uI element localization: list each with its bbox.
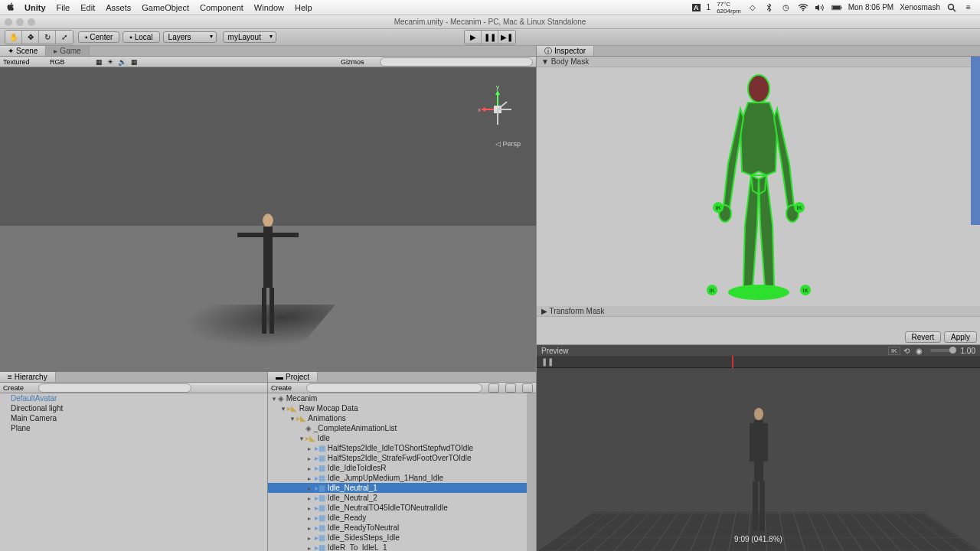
scene-shading-dropdown[interactable]: Textured xyxy=(3,58,45,66)
tab-scene[interactable]: ✦ Scene xyxy=(0,46,46,56)
hierarchy-create-dropdown[interactable]: Create xyxy=(3,384,34,392)
project-item[interactable]: ▸▸▦ HalfSteps2Idle_IdleTOShortStepfwdTOI… xyxy=(268,443,536,453)
project-item[interactable]: ▸▸▦ Idle_Neutral_1 xyxy=(268,483,536,493)
battery-icon[interactable] xyxy=(831,2,842,13)
project-item[interactable]: ▼▸◣ Raw Mocap Data xyxy=(268,403,536,413)
menu-window[interactable]: Window xyxy=(254,3,284,12)
project-item[interactable]: ▸▸▦ Idle_JumpUpMedium_1Hand_Idle xyxy=(268,473,536,483)
project-item[interactable]: ▸▸▦ Idle_IdleToIdlesR xyxy=(268,463,536,473)
preview-viewport[interactable]: 9:09 (041.8%) xyxy=(537,368,980,551)
traffic-close[interactable] xyxy=(5,18,12,26)
project-filter-3[interactable] xyxy=(522,383,533,393)
tab-inspector[interactable]: ⓘ Inspector xyxy=(537,46,594,56)
ik-right-foot[interactable]: IK xyxy=(800,285,811,295)
preview-timeline[interactable]: ❚❚ xyxy=(537,356,980,368)
layout-dropdown[interactable]: myLayout xyxy=(223,31,276,43)
project-item[interactable]: ▸▸▦ HalfSteps2Idle_StrafeFwdFootOverTOId… xyxy=(268,453,536,463)
persp-label[interactable]: ◁ Persp xyxy=(495,140,521,148)
menu-edit[interactable]: Edit xyxy=(80,3,95,12)
scale-tool[interactable]: ⤢ xyxy=(56,31,73,44)
hierarchy-list[interactable]: DefaultAvatar Directional light Main Cam… xyxy=(0,393,267,551)
notification-icon[interactable]: ≡ xyxy=(963,2,974,13)
project-item[interactable]: ▸▸▦ Idle_ReadyToNeutral xyxy=(268,523,536,533)
timemachine-icon[interactable]: ◷ xyxy=(781,2,792,13)
traffic-min[interactable] xyxy=(16,18,24,26)
transform-mask-section[interactable]: ▶ Transform Mask xyxy=(537,306,980,317)
menu-app[interactable]: Unity xyxy=(24,3,46,12)
project-filter-2[interactable] xyxy=(505,383,516,393)
preview-pivot-icon[interactable]: ⟲ xyxy=(903,347,910,355)
pivot-center-button[interactable]: ▪ Center xyxy=(78,31,119,43)
rotate-tool[interactable]: ↻ xyxy=(39,31,56,44)
preview-play-button[interactable]: ❚❚ xyxy=(541,357,554,366)
menu-gameobject[interactable]: GameObject xyxy=(142,3,189,12)
hierarchy-item[interactable]: DefaultAvatar xyxy=(0,393,267,403)
hierarchy-search[interactable] xyxy=(38,383,191,393)
scene-fx-toggle[interactable]: ▦ xyxy=(131,58,138,66)
spotlight-icon[interactable] xyxy=(946,2,957,13)
project-scrollbar[interactable] xyxy=(527,393,536,551)
preview-ik-toggle[interactable]: IK xyxy=(888,347,900,355)
menu-file[interactable]: File xyxy=(57,3,70,12)
layers-dropdown[interactable]: Layers xyxy=(163,31,217,43)
body-mask-section[interactable]: ▼ Body Mask xyxy=(537,57,980,67)
apply-button[interactable]: Apply xyxy=(944,331,977,343)
tab-game[interactable]: ▸ Game xyxy=(46,46,89,56)
pause-button[interactable]: ❚❚ xyxy=(482,31,498,44)
scene-view[interactable]: y x ◁ Persp xyxy=(0,67,536,372)
menu-help[interactable]: Help xyxy=(295,3,312,12)
dropbox-icon[interactable]: ◇ xyxy=(747,2,758,13)
traffic-max[interactable] xyxy=(28,18,35,26)
pivot-local-button[interactable]: ▪ Local xyxy=(122,31,159,43)
preview-scrubber[interactable] xyxy=(732,356,733,368)
orientation-gizmo[interactable]: y x xyxy=(475,83,521,144)
step-button[interactable]: ▶❚ xyxy=(498,31,515,44)
wifi-icon[interactable] xyxy=(798,2,808,13)
scene-character[interactable] xyxy=(253,211,283,344)
project-item[interactable]: ▸▸▦ Idle_Neutral_2 xyxy=(268,493,536,503)
project-item[interactable]: ▸▸▦ Idle_SidesSteps_Idle xyxy=(268,533,536,543)
menu-assets[interactable]: Assets xyxy=(106,3,131,12)
adobe-icon[interactable]: A xyxy=(692,4,701,11)
hierarchy-item[interactable]: Main Camera xyxy=(0,413,267,423)
status-time[interactable]: Mon 8:06 PM xyxy=(848,3,893,11)
project-item[interactable]: ▼▸◣ Idle xyxy=(268,433,536,443)
project-item[interactable]: ▸▸▦ Idle_NeutralTO45IdleTONeutralIdle xyxy=(268,503,536,513)
revert-button[interactable]: Revert xyxy=(905,331,941,343)
project-item[interactable]: ▸▸▦ Idle_Ready xyxy=(268,513,536,523)
play-button[interactable]: ▶ xyxy=(465,31,482,44)
preview-speed-slider[interactable] xyxy=(930,349,956,352)
tab-project[interactable]: ▬ Project xyxy=(268,372,318,382)
hierarchy-item[interactable]: Directional light xyxy=(0,403,267,413)
project-filter-1[interactable] xyxy=(488,383,499,393)
menu-component[interactable]: Component xyxy=(200,3,243,12)
body-mask-view[interactable]: IK IK IK IK xyxy=(537,67,980,306)
tab-hierarchy[interactable]: ≡ Hierarchy xyxy=(0,372,56,382)
scene-render-dropdown[interactable]: RGB xyxy=(50,58,80,66)
ik-left-foot[interactable]: IK xyxy=(707,285,717,295)
scene-light-toggle[interactable]: ☀ xyxy=(107,58,113,66)
move-tool[interactable]: ✥ xyxy=(22,31,39,44)
status-user[interactable]: Xenosmash xyxy=(900,3,940,11)
hand-tool[interactable]: ✋ xyxy=(5,31,22,44)
project-tree[interactable]: ▼◈ Mecanim▼▸◣ Raw Mocap Data▼▸◣ Animatio… xyxy=(268,393,536,551)
humanoid-body-icon[interactable] xyxy=(690,72,828,302)
scene-gizmos-dropdown[interactable]: Gizmos xyxy=(341,58,375,66)
apple-icon[interactable] xyxy=(6,2,17,13)
bluetooth-icon[interactable] xyxy=(764,2,775,13)
project-create-dropdown[interactable]: Create xyxy=(271,384,302,392)
project-item[interactable]: ▼▸◣ Animations xyxy=(268,413,536,423)
scene-2d-toggle[interactable]: ▦ xyxy=(96,58,103,66)
scene-search[interactable] xyxy=(380,57,533,67)
preview-model-icon[interactable]: ◉ xyxy=(916,347,923,355)
inspector-scrollbar[interactable] xyxy=(971,57,980,225)
project-search[interactable] xyxy=(306,383,482,393)
ik-right-hand[interactable]: IK xyxy=(794,202,805,213)
scene-audio-toggle[interactable]: 🔊 xyxy=(118,58,126,66)
project-item[interactable]: ▼◈ Mecanim xyxy=(268,393,536,403)
volume-icon[interactable] xyxy=(815,2,825,13)
project-item[interactable]: ▸▸▦ IdleR_To_IdleL_1 xyxy=(268,543,536,551)
ik-left-hand[interactable]: IK xyxy=(713,202,724,213)
hierarchy-item[interactable]: Plane xyxy=(0,423,267,433)
project-item[interactable]: ◈ _CompleteAnimationList xyxy=(268,423,536,433)
